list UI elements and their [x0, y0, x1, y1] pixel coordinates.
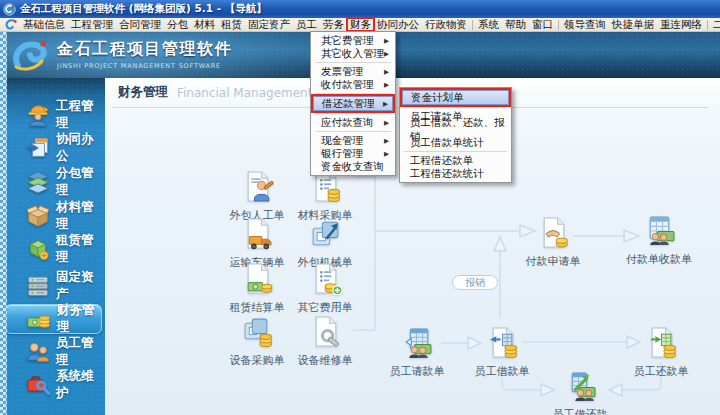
sidebar-item-系统维护[interactable]: 系统维护 — [0, 370, 105, 400]
material-icon — [26, 204, 50, 228]
flow-node-设备维修单[interactable]: 设备维修单 — [280, 315, 370, 368]
doc-money-icon — [241, 280, 274, 299]
menubar-item-协同办公[interactable]: 协同办公 — [374, 18, 422, 31]
flow-node-label: 员工借款单 — [457, 364, 547, 379]
flow-node-员工借款单[interactable]: 员工借款单 — [457, 326, 547, 379]
doc-coins-plus-icon — [309, 280, 342, 299]
menu-item-银行管理[interactable]: 银行管理▶ — [312, 147, 394, 160]
assets-icon — [26, 274, 50, 298]
menu-item-发票管理[interactable]: 发票管理▶ — [312, 65, 394, 78]
sidebar-item-label: 分包管理 — [56, 165, 105, 199]
sheet-exchange-icon — [564, 387, 597, 406]
submenu-item-资金计划单[interactable]: 资金计划单 — [402, 90, 509, 105]
menu-item-label: 发票管理 — [321, 65, 363, 79]
menubar-separator — [558, 20, 559, 30]
menu-item-资金收支查询[interactable]: 资金收支查询 — [312, 160, 394, 173]
flow-node-label: 付款单收款单 — [614, 252, 704, 267]
menu-item-其它收入管理[interactable]: 其它收入管理▶ — [312, 47, 394, 60]
flow-node-付款申请单[interactable]: 付款申请单 — [508, 216, 598, 269]
menubar-item-工程管理[interactable]: 工程管理 — [68, 18, 116, 31]
menu-item-现金管理[interactable]: 现金管理▶ — [312, 134, 394, 147]
staff-icon — [26, 340, 50, 364]
app-logo-icon — [3, 3, 16, 16]
menubar-item-租赁[interactable]: 租赁 — [218, 18, 245, 31]
sidebar-nav: 工程管理协同办公分包管理材料管理租赁管理固定资产财务管理员工管理系统维护 — [0, 78, 105, 415]
menu-separator — [404, 151, 507, 152]
sidebar-item-label: 固定资产 — [56, 269, 105, 303]
finance-dropdown-menu: 其它费管理▶其它收入管理▶发票管理▶收付款管理▶借还款管理▶应付款查询▶现金管理… — [310, 31, 396, 176]
brand-logo: 金石工程项目管理软件 JINSHI PROJECT MANAGEMENT SOF… — [10, 36, 232, 72]
sidebar-item-label: 材料管理 — [56, 199, 105, 233]
sheet-people-request-icon — [401, 344, 434, 363]
doc-person-icon — [241, 188, 274, 207]
flow-node-付款单收款单[interactable]: 付款单收款单 — [614, 214, 704, 267]
sidebar-item-固定资产[interactable]: 固定资产 — [0, 271, 105, 301]
sidebar-item-label: 员工管理 — [56, 335, 105, 369]
menubar-item-劳务[interactable]: 劳务 — [320, 18, 347, 31]
menubar-item-系统[interactable]: 系统 — [475, 18, 502, 31]
menubar-item-员工[interactable]: 员工 — [293, 18, 320, 31]
sidebar-item-label: 租赁管理 — [56, 232, 105, 266]
menubar-item-重连网络[interactable]: 重连网络 — [657, 18, 705, 31]
menu-separator — [315, 93, 391, 94]
flow-node-label: 员工请款单 — [372, 364, 462, 379]
flow-node-员工请款单[interactable]: 员工请款单 — [372, 326, 462, 379]
submenu-arrow-icon: ▶ — [384, 150, 389, 158]
submenu-arrow-icon: ▶ — [384, 119, 389, 127]
reimburse-annotation: 报销 — [452, 275, 498, 290]
sidebar-item-材料管理[interactable]: 材料管理 — [0, 201, 105, 231]
sidebar-item-租赁管理[interactable]: 租赁管理 — [0, 234, 105, 264]
menu-item-收付款管理[interactable]: 收付款管理▶ — [312, 78, 394, 91]
menu-item-label: 其它收入管理 — [321, 47, 384, 61]
menubar-item-领导查询[interactable]: 领导查询 — [561, 18, 609, 31]
submenu-arrow-icon: ▶ — [383, 100, 388, 108]
flow-node-员工借还款[interactable]: 员工借还款 — [535, 369, 625, 415]
menubar-item-固定资产[interactable]: 固定资产 — [245, 18, 293, 31]
sidebar-item-协同办公[interactable]: 协同办公 — [0, 133, 105, 163]
flow-node-label: 设备维修单 — [280, 353, 370, 368]
brand-swirl-icon — [10, 36, 50, 72]
menu-item-label: 员工借款单统计 — [410, 136, 484, 150]
flow-node-label: 其它费用单 — [280, 300, 370, 315]
menu-item-借还款管理[interactable]: 借还款管理▶ — [313, 96, 393, 111]
submenu-item-员工借款、还款、报销[interactable]: 员工借款、还款、报销 — [401, 123, 510, 136]
menubar-item-帮助[interactable]: 帮助 — [502, 18, 529, 31]
sidebar-item-label: 协同办公 — [56, 131, 105, 165]
sidebar-item-分包管理[interactable]: 分包管理 — [0, 167, 105, 197]
menu-item-其它费管理[interactable]: 其它费管理▶ — [312, 34, 394, 47]
submenu-item-工程借还款统计[interactable]: 工程借还款统计 — [401, 167, 510, 180]
menubar-item-行政物资[interactable]: 行政物资 — [422, 18, 470, 31]
menubar-item-合同管理[interactable]: 合同管理 — [116, 18, 164, 31]
menubar-item-材料[interactable]: 材料 — [191, 18, 218, 31]
doc-hand-coins-icon — [537, 234, 570, 253]
sidebar-item-工程管理[interactable]: 工程管理 — [0, 100, 105, 130]
flow-node-label: 员工借还款 — [535, 407, 625, 415]
project-icon — [26, 103, 50, 127]
flow-node-label: 付款申请单 — [508, 254, 598, 269]
menu-bar: 基础信息工程管理合同管理分包材料租赁固定资产员工劳务财务协同办公行政物资系统帮助… — [0, 18, 720, 32]
menubar-separator — [707, 20, 708, 30]
page-subtitle: Financial Management — [177, 86, 312, 100]
menubar-item-财务[interactable]: 财务 — [347, 18, 374, 31]
flow-node-其它费用单[interactable]: 其它费用单 — [280, 262, 370, 315]
sidebar-item-员工管理[interactable]: 员工管理 — [0, 337, 105, 367]
menu-separator — [404, 107, 507, 108]
menubar-item-快捷单据[interactable]: 快捷单据 — [609, 18, 657, 31]
menu-item-应付款查询[interactable]: 应付款查询▶ — [312, 116, 394, 129]
submenu-arrow-icon: ▶ — [384, 37, 389, 45]
sidebar-item-label: 系统维护 — [56, 368, 105, 402]
menubar-item-基础信息[interactable]: 基础信息 — [20, 18, 68, 31]
menu-item-label: 资金收支查询 — [321, 160, 384, 174]
flow-node-材料采购单[interactable]: 材料采购单 — [280, 170, 370, 223]
submenu-item-工程借还款单[interactable]: 工程借还款单 — [401, 154, 510, 167]
menu-separator — [315, 62, 391, 63]
loan-submenu: 资金计划单员工请款单员工借款、还款、报销员工借款单统计工程借还款单工程借还款统计 — [399, 87, 512, 183]
menubar-item-二次开发[interactable]: 二次开发 — [710, 18, 720, 31]
submenu-arrow-icon: ▶ — [384, 68, 389, 76]
menu-item-label: 收付款管理 — [321, 78, 374, 92]
menu-separator — [315, 113, 391, 114]
flow-node-员工还款单[interactable]: 员工还款单 — [616, 326, 706, 379]
sidebar-item-财务管理[interactable]: 财务管理 — [5, 304, 102, 334]
menubar-item-窗口[interactable]: 窗口 — [529, 18, 556, 31]
menubar-item-分包[interactable]: 分包 — [164, 18, 191, 31]
